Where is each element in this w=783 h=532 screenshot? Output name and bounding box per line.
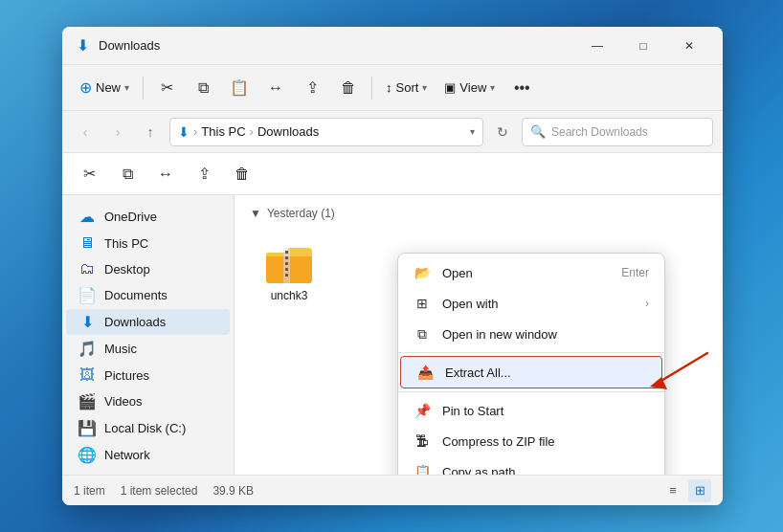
search-icon: 🔍 xyxy=(530,124,546,139)
zip-folder-icon xyxy=(264,235,314,285)
sidebar-item-network[interactable]: 🌐 Network xyxy=(66,442,230,468)
sidebar-label-music: Music xyxy=(104,342,137,356)
section-label: Yesterday (1) xyxy=(267,207,335,220)
ctx-delete-button[interactable]: 🗑 xyxy=(225,157,259,191)
view-icon: ▣ xyxy=(444,80,456,95)
close-button[interactable]: ✕ xyxy=(667,31,711,61)
sort-button[interactable]: ↕ Sort ▾ xyxy=(378,71,435,105)
context-menu: 📂 Open Enter ⊞ Open with › ⧉ Open in new… xyxy=(397,253,665,475)
copypath-icon: 📋 xyxy=(414,463,431,475)
sidebar-label-onedrive: OneDrive xyxy=(104,210,157,224)
sidebar-label-pictures: Pictures xyxy=(104,368,149,383)
toolbar: ⊕ New ▾ ✂ ⧉ 📋 ↔ ⇪ 🗑 ↕ Sort ▾ ▣ View ▾ ••… xyxy=(62,65,723,111)
svg-rect-6 xyxy=(285,274,288,277)
pin-icon: 📌 xyxy=(414,402,431,419)
open-label: Open xyxy=(442,266,610,280)
network-icon: 🌐 xyxy=(78,446,97,464)
copypath-label: Copy as path xyxy=(442,465,649,476)
new-label: New xyxy=(96,80,121,95)
onedrive-icon: ☁ xyxy=(78,208,97,226)
opennew-icon: ⧉ xyxy=(414,325,431,343)
openwith-arrow-icon: › xyxy=(645,297,649,310)
context-menu-item-open-new[interactable]: ⧉ Open in new window xyxy=(398,319,664,349)
sidebar-item-desktop[interactable]: 🗂 Desktop xyxy=(66,256,230,281)
up-button[interactable]: ↑ xyxy=(137,119,164,145)
compress-label: Compress to ZIP file xyxy=(442,434,649,449)
localdisk-icon: 💾 xyxy=(78,419,97,437)
grid-view-button[interactable]: ⊞ xyxy=(688,479,711,502)
sidebar-label-documents: Documents xyxy=(104,288,168,302)
pictures-icon: 🖼 xyxy=(78,366,97,384)
file-size: 39.9 KB xyxy=(213,484,254,498)
thispc-icon: 🖥 xyxy=(78,234,97,252)
open-icon: 📂 xyxy=(414,264,431,281)
desktop-icon: 🗂 xyxy=(78,260,97,277)
file-explorer-window: ⬇ Downloads — □ ✕ ⊕ New ▾ ✂ ⧉ 📋 ↔ ⇪ 🗑 ↕ … xyxy=(62,27,723,505)
sidebar-label-downloads: Downloads xyxy=(104,315,166,329)
context-menu-item-copy-path[interactable]: 📋 Copy as path xyxy=(398,456,664,475)
status-bar: 1 item 1 item selected 39.9 KB ≡ ⊞ xyxy=(62,475,723,505)
main-content: ☁ OneDrive 🖥 This PC 🗂 Desktop 📄 Documen… xyxy=(62,195,723,475)
ctx-copy-button[interactable]: ⧉ xyxy=(110,157,145,191)
refresh-button[interactable]: ↻ xyxy=(489,119,516,145)
compress-icon: 🗜 xyxy=(414,432,431,450)
list-view-button[interactable]: ≡ xyxy=(661,479,684,502)
extract-label: Extract All... xyxy=(445,366,646,380)
pin-label: Pin to Start xyxy=(442,404,649,418)
context-menu-item-open-with[interactable]: ⊞ Open with › xyxy=(398,288,664,319)
search-box[interactable]: 🔍 Search Downloads xyxy=(522,118,713,146)
music-icon: 🎵 xyxy=(78,340,97,358)
new-button[interactable]: ⊕ New ▾ xyxy=(72,71,137,105)
cut-button[interactable]: ✂ xyxy=(149,71,184,105)
sort-icon: ↕ xyxy=(386,80,392,95)
file-item-unchk3[interactable]: unchk3 xyxy=(246,228,332,310)
view-controls: ≡ ⊞ xyxy=(661,479,711,502)
file-area: ▼ Yesterday (1) xyxy=(235,195,723,475)
context-menu-item-extract[interactable]: 📤 Extract All... xyxy=(400,356,662,388)
sidebar-item-thispc[interactable]: 🖥 This PC xyxy=(66,231,230,255)
context-menu-item-compress[interactable]: 🗜 Compress to ZIP file xyxy=(398,426,664,456)
sidebar-label-videos: Videos xyxy=(104,394,143,409)
path-part-downloads: Downloads xyxy=(257,124,319,139)
copy-button[interactable]: ⧉ xyxy=(186,71,220,105)
sidebar-item-localdisk[interactable]: 💾 Local Disk (C:) xyxy=(66,415,230,441)
context-toolbar: ✂ ⧉ ↔ ⇪ 🗑 xyxy=(62,153,723,195)
sidebar-item-documents[interactable]: 📄 Documents xyxy=(66,282,230,308)
sidebar-item-onedrive[interactable]: ☁ OneDrive xyxy=(66,204,230,230)
svg-line-7 xyxy=(660,353,707,382)
sidebar-item-videos[interactable]: 🎬 Videos xyxy=(66,388,230,414)
context-menu-item-pin[interactable]: 📌 Pin to Start xyxy=(398,395,664,426)
share-button[interactable]: ⇪ xyxy=(295,71,329,105)
ctx-move-button[interactable]: ↔ xyxy=(148,157,183,191)
open-shortcut: Enter xyxy=(621,266,649,279)
search-placeholder: Search Downloads xyxy=(551,125,648,139)
maximize-button[interactable]: □ xyxy=(621,31,665,61)
path-separator-1: › xyxy=(250,124,254,139)
documents-icon: 📄 xyxy=(78,286,97,304)
context-menu-separator-1 xyxy=(398,352,664,353)
paste-button[interactable]: 📋 xyxy=(222,71,257,105)
context-menu-item-open[interactable]: 📂 Open Enter xyxy=(398,257,664,288)
new-icon: ⊕ xyxy=(79,78,92,97)
back-button[interactable]: ‹ xyxy=(72,119,99,145)
window-title: Downloads xyxy=(99,38,575,53)
sidebar-item-downloads[interactable]: ⬇ Downloads xyxy=(66,309,230,335)
view-button[interactable]: ▣ View ▾ xyxy=(436,71,503,105)
ctx-cut-button[interactable]: ✂ xyxy=(72,157,106,191)
sidebar-item-pictures[interactable]: 🖼 Pictures xyxy=(66,363,230,388)
sidebar-item-music[interactable]: 🎵 Music xyxy=(66,336,230,362)
address-path[interactable]: ⬇ › This PC › Downloads ▾ xyxy=(169,118,483,146)
more-options-button[interactable]: ••• xyxy=(504,71,539,105)
minimize-button[interactable]: — xyxy=(575,31,619,61)
title-bar-controls: — □ ✕ xyxy=(575,31,711,61)
sort-chevron-icon: ▾ xyxy=(422,82,427,93)
ctx-share-button[interactable]: ⇪ xyxy=(187,157,221,191)
path-part-thispc: This PC xyxy=(201,124,245,139)
sidebar-label-desktop: Desktop xyxy=(104,262,150,277)
sort-label: Sort xyxy=(396,80,419,95)
forward-button[interactable]: › xyxy=(104,119,131,145)
sidebar-label-thispc: This PC xyxy=(104,236,148,251)
view-label: View xyxy=(459,80,486,95)
move-button[interactable]: ↔ xyxy=(258,71,293,105)
delete-button[interactable]: 🗑 xyxy=(331,71,366,105)
